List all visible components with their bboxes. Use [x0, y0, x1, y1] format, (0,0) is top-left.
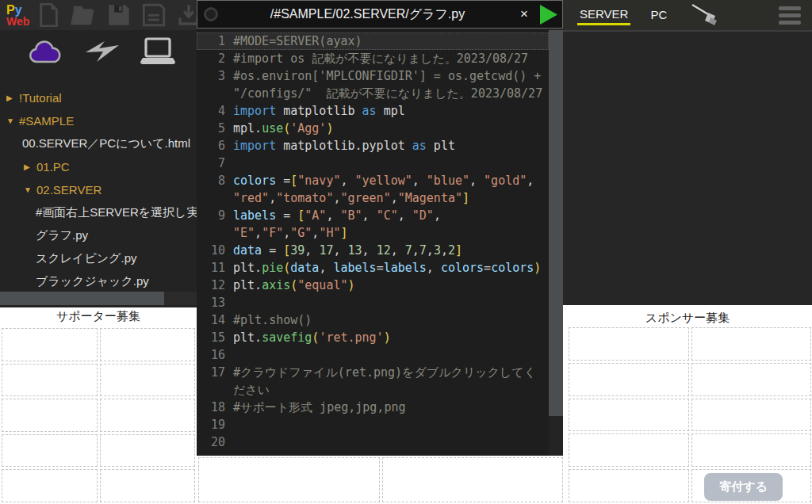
- code-line[interactable]: 8colors =["navy", "yellow", "blue", "gol…: [197, 172, 549, 207]
- clear-broom-icon[interactable]: [690, 2, 722, 28]
- ad-slot: [100, 469, 196, 502]
- line-number: 14: [197, 311, 233, 329]
- editor-title: /#SAMPLE/02.SERVER/グラフ.py: [218, 6, 517, 23]
- line-number: 8: [197, 172, 233, 207]
- code-line[interactable]: 6import matplotlib.pyplot as plt: [197, 137, 549, 155]
- code-line[interactable]: 3#os.environ['MPLCONFIGDIR'] = os.getcwd…: [197, 67, 549, 102]
- code-area[interactable]: 1#MODE=SERVER(ayax)2#import os 記載が不要になりま…: [197, 29, 549, 456]
- run-button[interactable]: [539, 4, 558, 25]
- code-editor: /#SAMPLE/02.SERVER/グラフ.py × 1#MODE=SERVE…: [197, 0, 563, 456]
- lightning-icon[interactable]: [84, 38, 121, 65]
- ad-slot: [2, 328, 98, 361]
- pyweb-logo: Py Web: [6, 4, 29, 27]
- ad-slot: [100, 364, 196, 397]
- chevron-right-icon[interactable]: ▶: [24, 162, 36, 171]
- play-icon[interactable]: [539, 4, 558, 25]
- line-number: 18: [197, 399, 233, 416]
- line-number: 6: [197, 137, 233, 155]
- tab-pc[interactable]: PC: [648, 6, 669, 24]
- tree-item[interactable]: グラフ.py: [0, 224, 197, 247]
- chevron-down-icon[interactable]: ▼: [24, 185, 36, 194]
- code-line[interactable]: 2#import os 記載が不要になりました。2023/08/27: [197, 50, 549, 67]
- new-file-icon[interactable]: [37, 3, 59, 27]
- code-text: [233, 294, 549, 311]
- donate-button[interactable]: 寄付する: [704, 473, 783, 501]
- chevron-down-icon[interactable]: ▼: [6, 116, 19, 125]
- code-line[interactable]: 17#クラウドファイル(ret.png)をダブルクリックしてください: [197, 364, 549, 399]
- tree-item-label: 00.SERVER／PCについて.html: [22, 136, 190, 151]
- logo-p: P: [6, 3, 15, 17]
- ad-slot: [100, 399, 196, 432]
- code-line[interactable]: 20: [197, 433, 549, 451]
- tree-item[interactable]: ブラックジャック.py: [0, 270, 197, 293]
- sidebar-horizontal-scrollbar[interactable]: [0, 292, 197, 305]
- ad-slot: [2, 399, 98, 432]
- tree-item[interactable]: ▶!Tutorial: [0, 86, 197, 109]
- ad-slot: [198, 457, 380, 502]
- code-text: [233, 155, 549, 172]
- scrollbar-thumb[interactable]: [549, 30, 563, 416]
- tree-item[interactable]: ▶01.PC: [0, 155, 197, 178]
- code-text: plt.pie(data, labels=labels, colors=colo…: [233, 259, 549, 277]
- code-line[interactable]: 4import matplotlib as mpl: [197, 102, 549, 120]
- save-icon[interactable]: [107, 3, 131, 27]
- ad-slot: [569, 363, 689, 396]
- editor-titlebar: /#SAMPLE/02.SERVER/グラフ.py ×: [197, 0, 563, 29]
- connection-modes: [0, 36, 197, 67]
- tree-item-label: ブラックジャック.py: [36, 274, 149, 289]
- editor-vertical-scrollbar[interactable]: [549, 29, 563, 456]
- code-text: [233, 433, 549, 451]
- tab-server[interactable]: SERVER: [577, 6, 630, 25]
- code-line[interactable]: 11plt.pie(data, labels=labels, colors=co…: [197, 259, 549, 277]
- chevron-right-icon[interactable]: ▶: [6, 94, 19, 102]
- code-line[interactable]: 14#plt.show(): [197, 311, 549, 329]
- ad-slot: [2, 434, 98, 468]
- output-panel: SERVER PC: [563, 0, 812, 305]
- tree-item[interactable]: ▼#SAMPLE: [0, 109, 197, 132]
- open-folder-icon[interactable]: [71, 3, 96, 27]
- line-number: 11: [197, 259, 233, 277]
- tree-item-label: #SAMPLE: [19, 114, 74, 128]
- tree-item-label: 02.SERVER: [36, 183, 102, 197]
- code-line[interactable]: 18#サポート形式 jpeg,jpg,png: [197, 399, 549, 416]
- code-line[interactable]: 15plt.savefig('ret.png'): [197, 329, 549, 346]
- close-icon[interactable]: ×: [520, 6, 528, 22]
- tree-item-label: グラフ.py: [36, 228, 88, 243]
- code-line[interactable]: 10data = [39, 17, 13, 12, 7,7,3,2]: [197, 242, 549, 259]
- logo-y: y: [15, 3, 22, 17]
- scrollbar-thumb[interactable]: [0, 292, 164, 305]
- tree-item[interactable]: ▼02.SERVER: [0, 178, 197, 201]
- line-number: 20: [197, 433, 233, 451]
- code-line[interactable]: 1#MODE=SERVER(ayax): [197, 32, 549, 50]
- cloud-icon[interactable]: [25, 37, 65, 66]
- code-text: mpl.use('Agg'): [233, 120, 549, 137]
- ad-slot: [691, 433, 812, 467]
- code-line[interactable]: 12plt.axis("equal"): [197, 277, 549, 294]
- code-text: labels = ["A", "B", "C", "D", "E","F","G…: [233, 207, 549, 242]
- mode-tab-bar: SERVER PC: [563, 0, 812, 30]
- code-text: import matplotlib as mpl: [233, 102, 549, 120]
- code-line[interactable]: 19: [197, 416, 549, 433]
- tree-item[interactable]: #画面右上SERVERを選択し実: [0, 201, 197, 224]
- menu-icon[interactable]: [779, 6, 801, 25]
- ad-slot: [100, 328, 196, 361]
- code-text: #import os 記載が不要になりました。2023/08/27: [233, 50, 549, 67]
- save-as-icon[interactable]: [142, 3, 166, 27]
- tree-item[interactable]: 00.SERVER／PCについて.html: [0, 132, 197, 155]
- laptop-icon[interactable]: [140, 37, 176, 66]
- record-circle-icon: [204, 7, 218, 21]
- code-line[interactable]: 7: [197, 155, 549, 172]
- download-icon[interactable]: [177, 3, 197, 27]
- tree-item[interactable]: スクレイピング.py: [0, 247, 197, 270]
- bottom-ad-grid: [198, 457, 563, 502]
- sponsor-header: スポンサー募集: [563, 311, 812, 326]
- supporter-ad-grid: [2, 328, 195, 502]
- code-line[interactable]: 16: [197, 346, 549, 364]
- toolbar: Py Web: [0, 0, 197, 30]
- line-number: 10: [197, 242, 233, 259]
- code-line[interactable]: 9labels = ["A", "B", "C", "D", "E","F","…: [197, 207, 549, 242]
- line-number: 2: [197, 50, 233, 67]
- code-line[interactable]: 13: [197, 294, 549, 311]
- code-line[interactable]: 5mpl.use('Agg'): [197, 120, 549, 137]
- line-number: 15: [197, 329, 233, 346]
